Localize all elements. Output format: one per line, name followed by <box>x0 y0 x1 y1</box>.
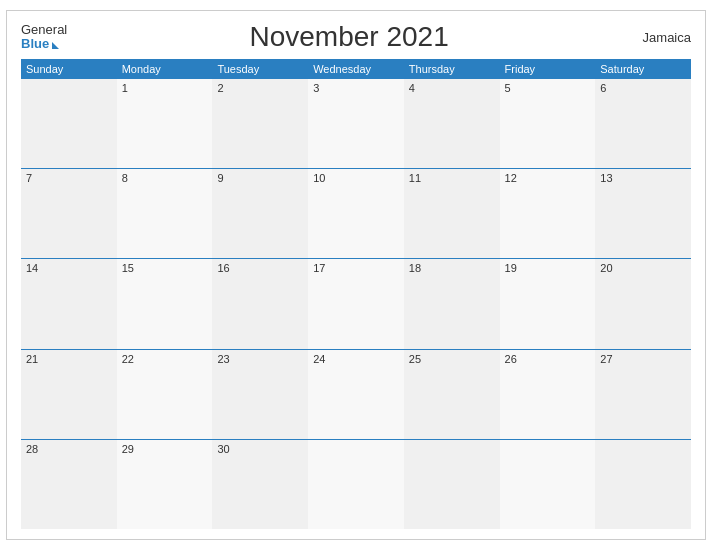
day-cell: 29 <box>117 440 213 529</box>
day-cell: 24 <box>308 350 404 439</box>
day-cell: 8 <box>117 169 213 258</box>
day-cell: 19 <box>500 259 596 348</box>
day-cell <box>500 440 596 529</box>
day-cell: 16 <box>212 259 308 348</box>
logo: General Blue <box>21 23 67 52</box>
day-cell <box>21 79 117 168</box>
day-cell: 15 <box>117 259 213 348</box>
day-cell: 3 <box>308 79 404 168</box>
day-cell: 6 <box>595 79 691 168</box>
day-cell: 22 <box>117 350 213 439</box>
day-cell: 23 <box>212 350 308 439</box>
logo-blue-text: Blue <box>21 37 67 51</box>
header-sunday: Sunday <box>21 59 117 79</box>
header-friday: Friday <box>500 59 596 79</box>
week-row-4: 21 22 23 24 25 26 27 <box>21 350 691 440</box>
day-cell: 14 <box>21 259 117 348</box>
calendar-container: General Blue November 2021 Jamaica Sunda… <box>6 10 706 540</box>
day-cell: 26 <box>500 350 596 439</box>
day-cell: 20 <box>595 259 691 348</box>
day-cell: 2 <box>212 79 308 168</box>
week-row-1: 1 2 3 4 5 6 <box>21 79 691 169</box>
day-cell: 7 <box>21 169 117 258</box>
header-monday: Monday <box>117 59 213 79</box>
header-saturday: Saturday <box>595 59 691 79</box>
day-headers-row: Sunday Monday Tuesday Wednesday Thursday… <box>21 59 691 79</box>
day-cell: 4 <box>404 79 500 168</box>
day-cell: 9 <box>212 169 308 258</box>
day-cell: 1 <box>117 79 213 168</box>
weeks-container: 1 2 3 4 5 6 7 8 9 10 11 12 13 14 15 16 1… <box>21 79 691 529</box>
day-cell <box>404 440 500 529</box>
week-row-3: 14 15 16 17 18 19 20 <box>21 259 691 349</box>
day-cell <box>308 440 404 529</box>
header-tuesday: Tuesday <box>212 59 308 79</box>
day-cell: 5 <box>500 79 596 168</box>
day-cell: 21 <box>21 350 117 439</box>
day-cell: 27 <box>595 350 691 439</box>
day-cell: 12 <box>500 169 596 258</box>
day-cell: 11 <box>404 169 500 258</box>
calendar-title: November 2021 <box>67 21 631 53</box>
day-cell: 25 <box>404 350 500 439</box>
calendar-header: General Blue November 2021 Jamaica <box>21 21 691 53</box>
calendar-grid: Sunday Monday Tuesday Wednesday Thursday… <box>21 59 691 529</box>
country-label: Jamaica <box>631 30 691 45</box>
logo-triangle-icon <box>52 42 59 49</box>
week-row-5: 28 29 30 <box>21 440 691 529</box>
day-cell: 28 <box>21 440 117 529</box>
day-cell: 13 <box>595 169 691 258</box>
day-cell: 10 <box>308 169 404 258</box>
day-cell <box>595 440 691 529</box>
header-thursday: Thursday <box>404 59 500 79</box>
week-row-2: 7 8 9 10 11 12 13 <box>21 169 691 259</box>
header-wednesday: Wednesday <box>308 59 404 79</box>
logo-general-text: General <box>21 23 67 37</box>
day-cell: 30 <box>212 440 308 529</box>
day-cell: 17 <box>308 259 404 348</box>
day-cell: 18 <box>404 259 500 348</box>
